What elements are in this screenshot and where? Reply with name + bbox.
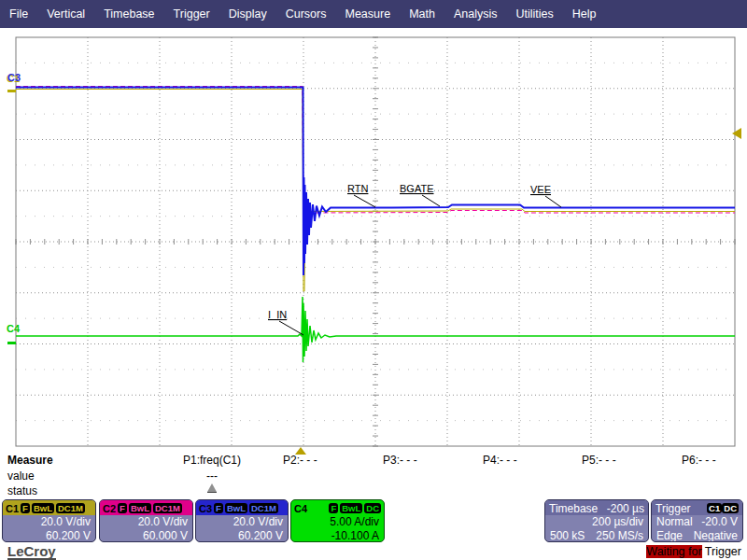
menu-analysis[interactable]: Analysis (454, 7, 498, 21)
c3-label: C3 (199, 503, 212, 514)
trigger-level: -20.0 V (701, 515, 738, 529)
c4-badge-bwl: BwL (340, 503, 362, 513)
timebase-scale: 200 µs/div (592, 515, 643, 529)
c3-offset: 60.200 V (196, 529, 288, 542)
timebase-rate: 250 MS/s (596, 529, 643, 542)
trigger-slope: Negative (694, 529, 738, 542)
c1-badge-bwl: BwL (32, 503, 54, 513)
waveform-display[interactable]: RTNBGATEVEEI_INC1C3C4 (0, 28, 747, 457)
menu-bar: File Vertical Timebase Trigger Display C… (0, 0, 747, 28)
wave-label-i_in: I_IN (268, 309, 287, 320)
measure-p1-value: --- (206, 469, 218, 483)
lecroy-logo: LeCroy (7, 544, 56, 560)
c4-badge-coupling: DC (364, 503, 381, 513)
channel-box-c1[interactable]: C1 F BwL DC1M 20.0 V/div 60.200 V (2, 499, 96, 542)
trigger-level-marker[interactable] (732, 128, 741, 139)
wave-label-bgate: BGATE (400, 183, 433, 194)
trigger-status-highlight: Waiting for (646, 545, 701, 558)
trigger-mode: Normal (656, 515, 693, 529)
trace-c2 (16, 87, 735, 248)
c2-badge-coupling: DC1M (153, 503, 182, 513)
measure-value-label: value (7, 469, 35, 483)
marker-c1 (7, 90, 16, 92)
measure-p4[interactable]: P4:- - - (483, 454, 517, 467)
c3-badge-coupling: DC1M (249, 503, 278, 513)
warning-icon (207, 483, 217, 492)
channel-box-c3[interactable]: C3 F BwL DC1M 20.0 V/div 60.200 V (195, 499, 289, 542)
trigger-box[interactable]: Trigger C1 DC Normal -20.0 V Edge Negati… (651, 499, 743, 542)
c1-label: C1 (6, 503, 19, 514)
c2-offset: 60.000 V (100, 529, 192, 542)
menu-cursors[interactable]: Cursors (286, 7, 327, 21)
measure-title: Measure (7, 454, 53, 467)
measure-p3[interactable]: P3:- - - (383, 454, 417, 467)
wave-label-rtn: RTN (347, 183, 368, 194)
channel-box-c4[interactable]: C4 F BwL DC 5.00 A/div -10.100 A (290, 499, 385, 542)
timebase-title: Timebase (549, 502, 598, 515)
c4-scale: 5.00 A/div (291, 515, 384, 529)
menu-vertical[interactable]: Vertical (47, 7, 85, 21)
c2-scale: 20.0 V/div (100, 515, 192, 529)
menu-timebase[interactable]: Timebase (104, 7, 154, 21)
channel-label-c3: C3 (7, 72, 21, 83)
measure-p1[interactable]: P1:freq(C1) (183, 454, 241, 467)
trigger-title: Trigger (655, 502, 691, 515)
c4-badge-f: F (329, 503, 338, 513)
timebase-box[interactable]: Timebase -200 µs 200 µs/div 500 kS 250 M… (544, 499, 649, 542)
c3-badge-bwl: BwL (225, 503, 247, 513)
c2-label: C2 (103, 503, 116, 514)
c3-badge-f: F (214, 503, 223, 513)
channel-box-c2[interactable]: C2 F BwL DC1M 20.0 V/div 60.000 V (99, 499, 193, 542)
measure-p2[interactable]: P2:- - - (283, 454, 317, 467)
c2-badge-f: F (118, 503, 127, 513)
c3-scale: 20.0 V/div (196, 515, 288, 529)
trigger-source-badge: C1 (707, 503, 722, 513)
c1-badge-coupling: DC1M (56, 503, 85, 513)
menu-display[interactable]: Display (229, 7, 267, 21)
c1-scale: 20.0 V/div (3, 515, 95, 529)
measure-p5[interactable]: P5:- - - (582, 454, 616, 467)
menu-trigger[interactable]: Trigger (174, 7, 210, 21)
menu-help[interactable]: Help (572, 7, 597, 21)
marker-c4 (7, 342, 16, 344)
c1-badge-f: F (21, 503, 30, 513)
trigger-status: Waiting for Trigger (646, 545, 741, 558)
timebase-samples: 500 kS (550, 529, 585, 542)
oscilloscope-screen: File Vertical Timebase Trigger Display C… (0, 0, 747, 560)
wave-label-vee: VEE (530, 184, 551, 195)
channel-label-c4: C4 (7, 323, 21, 334)
timebase-delay: -200 µs (607, 502, 644, 515)
c2-badge-bwl: BwL (129, 503, 151, 513)
measure-status-label: status (7, 484, 37, 497)
menu-utilities[interactable]: Utilities (515, 7, 553, 21)
trigger-coupling-badge: DC (722, 503, 739, 513)
measure-p6[interactable]: P6:- - - (682, 454, 716, 467)
menu-math[interactable]: Math (409, 7, 435, 21)
measure-table: Measure value status P1:freq(C1) P2:- - … (0, 452, 747, 498)
trigger-type: Edge (656, 529, 683, 542)
menu-measure[interactable]: Measure (345, 7, 390, 21)
menu-file[interactable]: File (9, 7, 28, 21)
c1-offset: 60.200 V (3, 529, 95, 542)
trigger-status-rest: Trigger (702, 545, 741, 558)
c4-label: C4 (294, 503, 307, 514)
c4-offset: -10.100 A (291, 529, 384, 542)
